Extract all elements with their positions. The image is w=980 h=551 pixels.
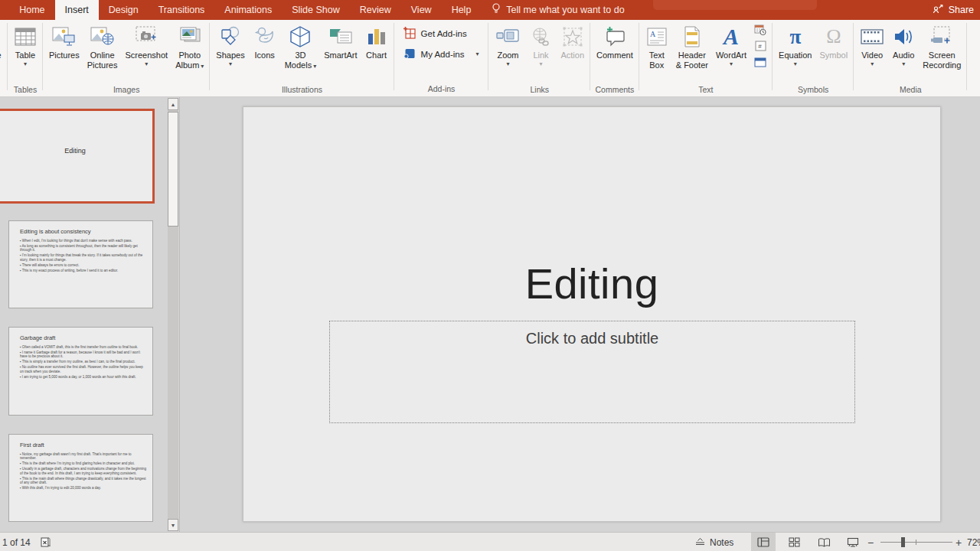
- slide-thumbnail-1-selected[interactable]: Editing: [0, 109, 155, 204]
- tab-review[interactable]: Review: [350, 0, 401, 20]
- tab-slide-show[interactable]: Slide Show: [282, 0, 350, 20]
- video-button[interactable]: Video ▾: [856, 20, 888, 84]
- zoom-link-icon: [495, 23, 521, 51]
- share-label: Share: [949, 5, 974, 15]
- slide-show-button[interactable]: [841, 533, 865, 551]
- get-add-ins-button[interactable]: Get Add-ins: [397, 20, 475, 41]
- smartart-button[interactable]: SmartArt: [320, 20, 361, 84]
- pictures-icon: [51, 23, 77, 51]
- normal-view-button[interactable]: [751, 533, 776, 551]
- zoom-slider-thumb[interactable]: [901, 537, 905, 547]
- screen-recording-button[interactable]: Screen Recording: [919, 20, 965, 84]
- audio-button[interactable]: Audio ▾: [888, 20, 919, 84]
- symbol-icon: Ω: [826, 23, 841, 51]
- share-icon: [933, 4, 944, 17]
- table-button[interactable]: Table ▾: [10, 20, 41, 84]
- spellcheck-button[interactable]: [40, 533, 51, 551]
- zoom-in-button[interactable]: +: [956, 533, 962, 551]
- thumbnail-scrollbar-thumb[interactable]: [168, 112, 178, 227]
- tab-home[interactable]: Home: [9, 0, 54, 20]
- tab-help[interactable]: Help: [442, 0, 482, 20]
- slide-sorter-view-button[interactable]: [782, 533, 806, 551]
- 3d-models-button[interactable]: 3D Models▾: [281, 20, 320, 84]
- shapes-button[interactable]: Shapes ▾: [212, 20, 248, 84]
- chart-label: Chart: [366, 51, 387, 60]
- slide-editing-canvas: Editing Click to add subtitle: [181, 97, 980, 532]
- header-footer-label-1: Header: [678, 51, 706, 60]
- dropdown-arrow: ▾: [313, 63, 316, 70]
- dropdown-arrow: ▾: [475, 51, 479, 57]
- new-slide-button[interactable]: New Slide ▾: [0, 20, 5, 84]
- slide-number-button[interactable]: #: [753, 40, 767, 52]
- group-label-slides: Slides: [0, 84, 5, 96]
- my-add-ins-label: My Add-ins: [421, 50, 465, 59]
- wordart-button[interactable]: A WordArt ▾: [712, 20, 750, 84]
- action-label: Action: [560, 51, 584, 60]
- screenshot-button[interactable]: Screenshot ▾: [122, 20, 172, 84]
- group-label-comments: Comments: [593, 84, 637, 96]
- my-add-ins-button[interactable]: My Add-ins ▾: [397, 41, 487, 61]
- zoom-percentage[interactable]: 72%: [967, 533, 980, 551]
- slide-thumbnail-2[interactable]: Editing is about consistency ▪ When I ed…: [8, 220, 153, 308]
- pictures-label: Pictures: [49, 51, 80, 60]
- get-add-ins-label: Get Add-ins: [421, 29, 467, 38]
- text-box-button[interactable]: A Text Box: [642, 20, 672, 84]
- tab-design[interactable]: Design: [99, 0, 149, 20]
- online-pictures-label-1: Online: [90, 51, 115, 60]
- lightbulb-icon: [492, 3, 501, 17]
- photo-album-icon: [177, 23, 203, 51]
- comment-label: Comment: [596, 51, 633, 60]
- photo-album-label-1: Photo: [178, 51, 201, 60]
- slide-number-indicator: 1 of 14: [2, 533, 31, 551]
- shapes-label: Shapes: [216, 51, 244, 60]
- svg-text:#: #: [758, 43, 762, 50]
- slide-thumbnail-3[interactable]: Garbage draft ▪ Often called a VOMIT dra…: [8, 327, 153, 416]
- tell-me-box[interactable]: Tell me what you want to do: [492, 0, 624, 20]
- new-slide-label: New Slide: [0, 51, 2, 60]
- audio-label: Audio: [893, 51, 914, 60]
- share-button[interactable]: Share: [933, 0, 974, 20]
- scroll-up-icon[interactable]: ▲: [168, 98, 178, 110]
- group-label-symbols: Symbols: [775, 84, 851, 96]
- notes-toggle-button[interactable]: Notes: [695, 533, 733, 551]
- comment-icon: [603, 23, 627, 51]
- zoom-button[interactable]: Zoom ▾: [491, 20, 524, 84]
- reading-view-button[interactable]: [812, 533, 836, 551]
- my-add-ins-icon: [403, 47, 416, 61]
- group-add-ins: Get Add-ins My Add-ins ▾ Add-ins: [394, 20, 489, 96]
- chart-button[interactable]: Chart: [361, 20, 392, 84]
- tab-file[interactable]: File: [0, 0, 9, 20]
- dropdown-arrow: ▾: [229, 60, 232, 67]
- online-pictures-button[interactable]: Online Pictures: [83, 20, 122, 84]
- photo-album-label-2: Album: [175, 60, 199, 70]
- slide-thumbnail-4[interactable]: First draft ▪ Notice, my garbage draft w…: [8, 434, 153, 522]
- dropdown-arrow: ▾: [539, 60, 542, 67]
- zoom-slider-track[interactable]: [880, 542, 952, 543]
- header-footer-button[interactable]: Header & Footer: [672, 20, 712, 84]
- group-text: A Text Box Header & Footer A WordArt ▾: [639, 20, 773, 96]
- icons-button[interactable]: Icons: [249, 20, 281, 84]
- equation-button[interactable]: π Equation ▾: [775, 20, 815, 84]
- photo-album-button[interactable]: Photo Album▾: [172, 20, 207, 84]
- tab-animations[interactable]: Animations: [214, 0, 282, 20]
- scroll-down-icon[interactable]: ▼: [168, 519, 178, 531]
- group-label-text: Text: [642, 84, 770, 96]
- thumbnail-2-title: Editing is about consistency: [20, 228, 91, 235]
- slide-thumbnail-panel: Editing Editing is about consistency ▪ W…: [0, 97, 180, 532]
- date-time-button[interactable]: [753, 24, 767, 36]
- slide-title-text[interactable]: Editing: [243, 259, 940, 308]
- tab-view[interactable]: View: [401, 0, 442, 20]
- zoom-out-button[interactable]: −: [867, 533, 874, 551]
- object-button[interactable]: [753, 56, 767, 68]
- group-label-illustrations: Illustrations: [212, 84, 391, 96]
- pictures-button[interactable]: Pictures: [45, 20, 83, 84]
- subtitle-placeholder-box[interactable]: Click to add subtitle: [329, 321, 855, 423]
- 3d-models-label-1: 3D: [295, 51, 305, 60]
- dropdown-arrow: ▾: [145, 60, 148, 67]
- comment-button[interactable]: Comment: [593, 20, 637, 84]
- tab-insert[interactable]: Insert: [55, 0, 99, 20]
- action-icon: [561, 23, 584, 51]
- slide-surface[interactable]: Editing Click to add subtitle: [243, 106, 941, 522]
- tab-transitions[interactable]: Transitions: [149, 0, 215, 20]
- dropdown-arrow: ▾: [902, 60, 905, 67]
